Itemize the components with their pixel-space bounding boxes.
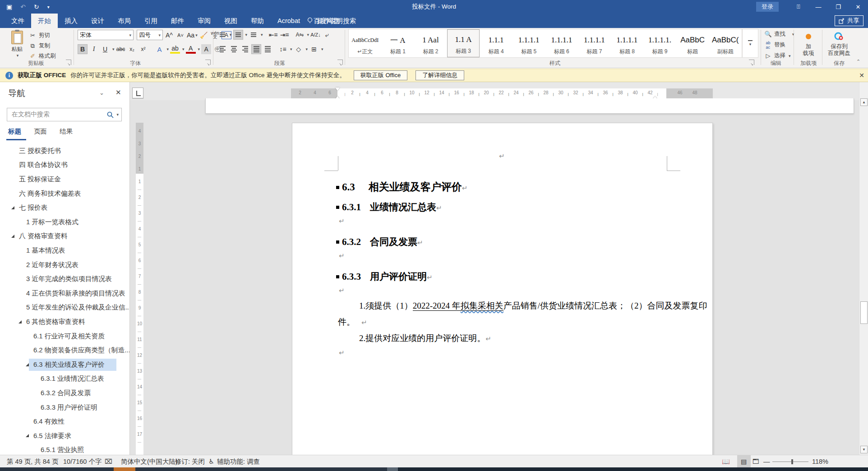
find-button[interactable]: 🔍查找▾ (764, 30, 794, 38)
nav-tree-item[interactable]: 6.2 物资装备供应商类型（制造... (0, 343, 129, 358)
scrollbar-thumb[interactable] (860, 301, 868, 324)
paragraph-dialog-launcher[interactable] (337, 60, 343, 65)
sort-icon[interactable]: A/Z↓ (310, 30, 321, 40)
document-search-input[interactable]: 在文档中搜索 ▾ (7, 108, 122, 121)
align-right-icon[interactable] (240, 44, 250, 54)
nav-tree-item[interactable]: 5 近年发生的诉讼及仲裁及企业信... (0, 300, 129, 315)
highlight-icon[interactable]: ab (170, 45, 180, 54)
nav-pane-chevron-icon[interactable]: ⌄ (99, 89, 104, 96)
style-标题 3[interactable]: 1.1 A标题 3 (447, 29, 480, 57)
collapse-ribbon-icon[interactable]: ⌃ (856, 59, 860, 65)
nav-tree-item[interactable]: 五 投标保证金 (0, 172, 129, 187)
asian-layout-icon[interactable]: A⇋ (295, 30, 305, 40)
paste-button[interactable]: 粘贴 ▾ (7, 31, 27, 58)
accessibility-indicator[interactable]: ♿辅助功能: 调查 (208, 455, 260, 468)
replace-button[interactable]: abac替换 (764, 41, 794, 49)
tell-me-search[interactable]: 操作说明搜索 (307, 14, 356, 28)
line-spacing-icon[interactable]: ↕≡ (278, 44, 288, 54)
save-to-netdisk-button[interactable]: 保存到百度网盘 (825, 31, 854, 57)
expand-triangle-icon[interactable] (11, 235, 14, 238)
read-mode-icon[interactable]: 📖 (722, 455, 730, 468)
nav-tree-item[interactable]: 1 基本情况表 (0, 244, 129, 258)
print-layout-icon[interactable]: ▤ (737, 455, 751, 468)
nav-tree-item[interactable]: 6.3 相关业绩及客户评价 (0, 358, 129, 372)
sign-in-button[interactable]: 登录 (756, 2, 779, 12)
style-标题 4[interactable]: 1.1.1标题 4 (480, 29, 512, 57)
borders-icon[interactable]: ⊞ (309, 44, 319, 54)
style-标题 2[interactable]: 1 Aal标题 2 (414, 29, 447, 57)
nav-tree-item[interactable]: 八 资格审查资料 (0, 229, 129, 244)
tab-引用[interactable]: 引用 (138, 14, 164, 28)
search-icon[interactable] (107, 111, 114, 118)
nav-tree-item[interactable]: 6.3.3 用户评价证明 (0, 400, 129, 415)
nav-tab-结果[interactable]: 结果 (60, 127, 73, 136)
tab-布局[interactable]: 布局 (111, 14, 138, 28)
vertical-scrollbar[interactable]: ▲ ▼ (859, 82, 868, 455)
zoom-slider[interactable] (772, 455, 808, 468)
add-ins-button[interactable]: 加载项 (794, 31, 823, 57)
ribbon-display-options-icon[interactable]: ⍐ (789, 0, 808, 14)
show-marks-icon[interactable]: ⤶ (322, 30, 332, 40)
numbering-icon[interactable] (233, 30, 243, 40)
subscript-icon[interactable]: x₂ (127, 44, 137, 54)
font-color-icon[interactable]: A (186, 45, 196, 54)
clear-format-icon[interactable]: 🧹 (199, 30, 209, 40)
nav-tree-item[interactable]: 6 其他资格审查资料 (0, 315, 129, 329)
zoom-out-icon[interactable]: — (763, 455, 770, 468)
style-标题 6[interactable]: 1.1.1.1标题 6 (545, 29, 578, 57)
tab-Acrobat[interactable]: Acrobat (271, 14, 307, 28)
msgbar-close-icon[interactable]: ✕ (859, 72, 864, 79)
select-button[interactable]: ▷选择▾ (764, 52, 794, 60)
tab-stop-selector[interactable] (132, 88, 143, 98)
tab-邮件[interactable]: 邮件 (164, 14, 191, 28)
nav-tab-页面[interactable]: 页面 (34, 127, 47, 136)
font-family-select[interactable]: 宋体▾ (78, 30, 134, 40)
style-标题[interactable]: AaBbC标题 (676, 29, 709, 57)
nav-tree-item[interactable]: 1 开标一览表格式 (0, 215, 129, 230)
nav-pane-close-icon[interactable]: ✕ (115, 88, 121, 97)
language-indicator[interactable]: 简体中文(中国大陆) (121, 455, 178, 468)
web-layout-icon[interactable]: 🗔 (753, 455, 759, 468)
style-标题 9[interactable]: 1.1.1.1.标题 9 (643, 29, 676, 57)
zoom-level[interactable]: 118% (812, 455, 828, 468)
proofing-icon[interactable]: ⌧ (105, 455, 112, 468)
nav-tab-标题[interactable]: 标题 (8, 127, 21, 136)
font-dialog-launcher[interactable] (205, 60, 211, 65)
clipboard-dialog-launcher[interactable] (66, 60, 71, 65)
copy-button[interactable]: ⧉复制 (29, 42, 56, 50)
tab-帮助[interactable]: 帮助 (244, 14, 271, 28)
nav-tree-item[interactable]: 3 近年完成的类似项目情况表 (0, 272, 129, 286)
strikethrough-icon[interactable]: abc (116, 44, 126, 54)
shrink-font-icon[interactable]: A˅ (175, 30, 185, 40)
restore-button[interactable]: ❐ (828, 0, 848, 14)
nav-tree-item[interactable]: 6.1 行业许可及相关资质 (0, 329, 129, 343)
text-effects-icon[interactable]: A (155, 44, 165, 54)
nav-tree-item[interactable]: 七 报价表 (0, 201, 129, 215)
nav-tree-item[interactable]: 4 正在供货和新承接的项目情况表 (0, 286, 129, 301)
style-标题 7[interactable]: 1.1.1.1标题 7 (578, 29, 611, 57)
style-标题 8[interactable]: 1.1.1.1标题 8 (611, 29, 644, 57)
tab-设计[interactable]: 设计 (84, 14, 111, 28)
scroll-up-icon[interactable]: ▲ (860, 98, 868, 106)
tab-审阅[interactable]: 审阅 (191, 14, 217, 28)
bold-button[interactable]: B (78, 44, 88, 54)
italic-button[interactable]: I (89, 44, 99, 54)
expand-triangle-icon[interactable] (26, 363, 29, 366)
tab-插入[interactable]: 插入 (58, 14, 84, 28)
style-标题 5[interactable]: 1.1.1.1标题 5 (512, 29, 545, 57)
word-count[interactable]: 10/7160 个字 (63, 455, 102, 468)
nav-tree-item[interactable]: 三 授权委托书 (0, 144, 129, 158)
get-genuine-office-button[interactable]: 获取正版 Office (354, 70, 407, 80)
shading-icon[interactable]: ◇ (294, 44, 304, 54)
document-page[interactable]: ↵6.3相关业绩及客户评价↵6.3.1业绩情况汇总表↵↵6.3.2合同及发票↵↵… (292, 123, 713, 455)
search-dropdown-icon[interactable]: ▾ (116, 112, 119, 117)
learn-more-button[interactable]: 了解详细信息 (416, 70, 464, 80)
nav-tree-item[interactable]: 6.4 有效性 (0, 415, 129, 429)
char-shading-icon[interactable]: A (201, 44, 211, 54)
page-indicator[interactable]: 第 49 页, 共 84 页 (7, 455, 58, 468)
share-button[interactable]: 共享 (835, 15, 863, 26)
tab-文件[interactable]: 文件 (5, 14, 31, 28)
close-button[interactable]: ✕ (848, 0, 868, 14)
zoom-slider-thumb[interactable] (791, 459, 793, 464)
nav-tree-item[interactable]: 6.5 法律要求 (0, 429, 129, 443)
